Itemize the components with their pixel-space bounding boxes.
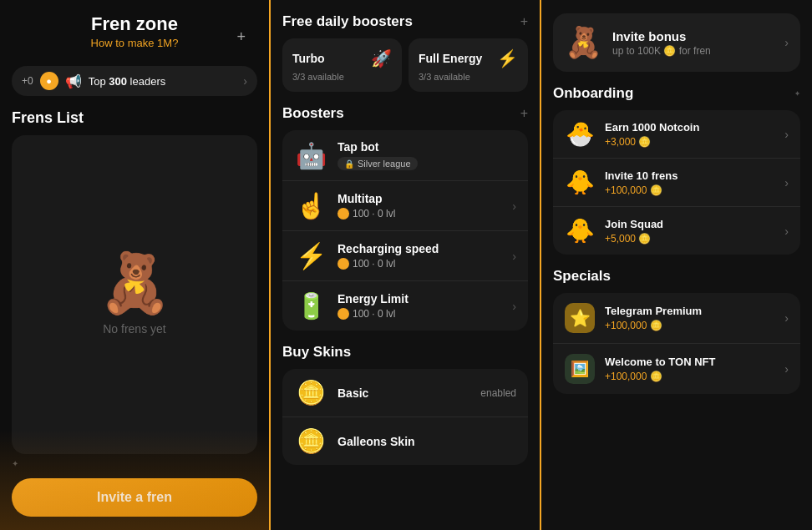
earn-notcoin-info: Earn 1000 Notcoin +3,000 🪙 [605,121,784,148]
invite-bonus-info: Invite bonus up to 100K 🪙 for fren [612,29,774,57]
invite-frens-reward: +100,000 🪙 [605,184,784,196]
earn-notcoin-item[interactable]: 🐣 Earn 1000 Notcoin +3,000 🪙 › [553,110,800,159]
join-squad-reward-text: +5,000 🪙 [605,233,651,245]
telegram-chevron: › [784,311,789,325]
telegram-info: Telegram Premium +100,000 🪙 [605,305,784,331]
turbo-available: 3/3 available [292,72,392,82]
earn-notcoin-icon: 🐣 [565,120,595,148]
energy-limit-info: Energy Limit 100 · 0 lvl [337,292,512,320]
boosters-header: Boosters + [282,105,528,122]
turbo-icon: 🚀 [371,48,392,68]
turbo-booster-card[interactable]: Turbo 🚀 3/3 available [282,38,402,92]
ton-nft-item[interactable]: 🖼️ Welcome to TON NFT +100,000 🪙 › [553,344,800,394]
basic-skin-icon: 🪙 [294,379,327,406]
frens-list-title: Frens List [12,109,257,127]
onboarding-section: Onboarding ✦ [553,85,800,102]
recharging-info: Recharging speed 100 · 0 lvl [337,242,512,270]
join-squad-reward: +5,000 🪙 [605,233,784,245]
telegram-star-icon: ⭐ [565,303,595,333]
turbo-header: Turbo 🚀 [292,48,392,68]
chevron-right-icon: › [243,74,247,88]
invite-frens-reward-text: +100,000 🪙 [605,184,662,196]
invite-bonus-sub: up to 100K 🪙 for fren [612,45,774,57]
add-icon[interactable]: + [236,28,246,46]
full-energy-booster-card[interactable]: Full Energy ⚡ 3/3 available [409,38,528,92]
middle-panel: Free daily boosters + Turbo 🚀 3/3 availa… [271,0,541,530]
frens-box: 🧸 No frens yet [12,135,257,454]
invite-frens-icon: 🐥 [565,169,595,196]
energy-limit-item[interactable]: 🔋 Energy Limit 100 · 0 lvl › [282,281,528,331]
fren-zone-subtitle[interactable]: How to make 1M? [12,37,257,49]
telegram-premium-item[interactable]: ⭐ Telegram Premium +100,000 🪙 › [553,293,800,344]
invite-frens-info: Invite 10 frens +100,000 🪙 [605,169,784,196]
daily-plus-icon[interactable]: + [520,14,528,29]
join-squad-name: Join Squad [605,218,784,230]
invite-bonus-title: Invite bonus [612,29,774,43]
earn-notcoin-chevron: › [784,128,789,141]
join-squad-icon: 🐥 [565,217,595,245]
invite-fren-button[interactable]: Invite a fren [12,478,257,517]
daily-boosters-grid: Turbo 🚀 3/3 available Full Energy ⚡ 3/3 … [282,38,528,92]
multitap-name: Multitap [337,192,512,205]
recharging-icon: ⚡ [294,241,327,270]
nft-reward: +100,000 🪙 [605,371,784,382]
recharging-name: Recharging speed [337,242,512,255]
boosters-title: Boosters [282,105,344,122]
energy-limit-icon: 🔋 [294,291,327,321]
invite-frens-name: Invite 10 frens [605,169,784,182]
leaderboard-label: Top 300 leaders [89,75,237,88]
join-squad-info: Join Squad +5,000 🪙 [605,218,784,245]
recharging-speed-item[interactable]: ⚡ Recharging speed 100 · 0 lvl › [282,231,528,281]
fren-zone-title: Fren zone [12,13,257,35]
invite-frens-item[interactable]: 🐥 Invite 10 frens +100,000 🪙 › [553,159,800,207]
daily-boosters-title: Free daily boosters [282,13,413,30]
specials-title: Specials [553,268,800,285]
multitap-cost: 100 · 0 lvl [337,208,512,220]
earn-notcoin-reward-text: +3,000 🪙 [605,136,651,148]
full-energy-icon: ⚡ [497,48,518,68]
nft-icon: 🖼️ [565,354,595,384]
multitap-item[interactable]: ☝️ Multitap 100 · 0 lvl › [282,181,528,231]
nft-name: Welcome to TON NFT [605,356,784,368]
leaderboard-bar[interactable]: +0 ● 📢 Top 300 leaders › [12,66,257,96]
nft-info: Welcome to TON NFT +100,000 🪙 [605,356,784,382]
nft-chevron: › [784,362,789,376]
basic-skin-item[interactable]: 🪙 Basic enabled [282,369,528,417]
boosters-plus-icon[interactable]: + [520,106,528,121]
energy-limit-cost: 100 · 0 lvl [337,308,512,320]
silver-league-text: Silver league [358,159,411,169]
onboarding-title-text: Onboarding [553,85,633,102]
recharging-cost-text: 100 · 0 lvl [353,258,395,270]
recharging-cost: 100 · 0 lvl [337,258,512,270]
tap-bot-icon: 🤖 [294,141,327,170]
left-panel: Fren zone How to make 1M? + +0 ● 📢 Top 3… [0,0,271,530]
daily-boosters-header: Free daily boosters + [282,13,528,30]
balance-display: +0 [22,75,33,87]
onboarding-list: 🐣 Earn 1000 Notcoin +3,000 🪙 › 🐥 Invite … [553,110,800,255]
skins-list: 🪙 Basic enabled 🪙 Galleons Skin [282,369,528,465]
skins-header: Buy Skins [282,344,528,361]
recharging-chevron: › [512,250,516,263]
cost-coin-icon [337,208,349,220]
energy-limit-chevron: › [512,300,516,313]
fren-zone-header: Fren zone How to make 1M? + [12,13,257,58]
tap-bot-item[interactable]: 🤖 Tap bot 🔒 Silver league [282,130,528,181]
telegram-reward: +100,000 🪙 [605,320,784,331]
join-squad-item[interactable]: 🐥 Join Squad +5,000 🪙 › [553,207,800,255]
full-energy-name: Full Energy [419,52,482,65]
no-frens-text: No frens yet [103,322,165,336]
skins-title: Buy Skins [282,344,351,361]
invite-bear-icon: 🧸 [565,25,602,60]
specials-list: ⭐ Telegram Premium +100,000 🪙 › 🖼️ Welco… [553,293,800,394]
basic-skin-name: Basic [337,386,480,400]
multitap-chevron: › [512,199,516,213]
trophy-icon: 📢 [65,73,82,89]
energy-limit-cost-text: 100 · 0 lvl [353,308,395,320]
lock-icon: 🔒 [344,159,354,169]
boosters-list: 🤖 Tap bot 🔒 Silver league ☝️ Multitap 10… [282,130,528,331]
invite-bonus-card[interactable]: 🧸 Invite bonus up to 100K 🪙 for fren › [553,13,800,72]
galleons-skin-icon: 🪙 [294,427,327,455]
galleons-skin-item[interactable]: 🪙 Galleons Skin [282,417,528,465]
cost-coin-icon2 [337,258,349,270]
bear-emoji: 🧸 [99,254,171,312]
